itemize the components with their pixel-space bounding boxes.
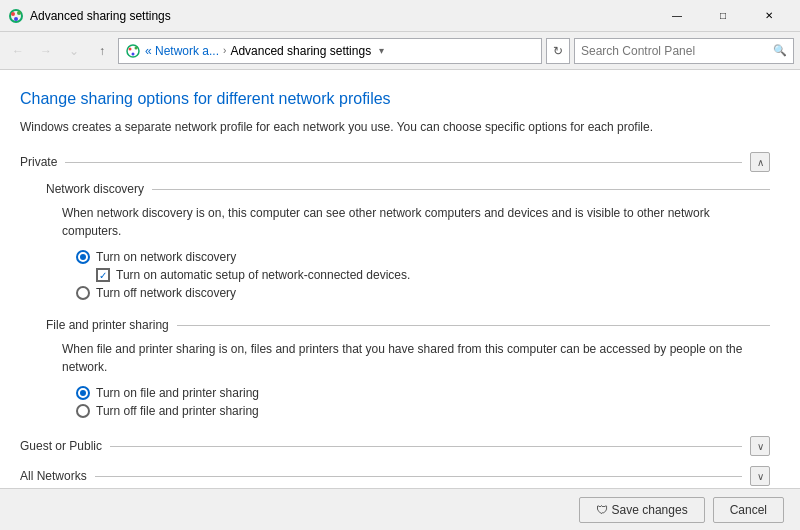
svg-point-3 (14, 17, 18, 21)
file-printer-sharing-title: File and printer sharing (46, 318, 169, 332)
radio-unchecked-circle-1 (76, 286, 90, 300)
window-controls: — □ ✕ (654, 0, 792, 32)
network-discovery-desc: When network discovery is on, this compu… (46, 204, 770, 240)
file-printer-sharing-options: Turn on file and printer sharing Turn of… (46, 386, 770, 418)
page-title: Change sharing options for different net… (20, 90, 770, 108)
guest-public-section-title: Guest or Public (20, 439, 102, 453)
network-discovery-header: Network discovery (46, 182, 770, 196)
refresh-button[interactable]: ↻ (546, 38, 570, 64)
radio-checked-circle (76, 250, 90, 264)
file-printer-sharing-header: File and printer sharing (46, 318, 770, 332)
all-networks-section-line (95, 476, 742, 477)
file-printer-sharing-desc: When file and printer sharing is on, fil… (46, 340, 770, 376)
title-bar: Advanced sharing settings — □ ✕ (0, 0, 800, 32)
radio-turn-off-discovery[interactable]: Turn off network discovery (76, 286, 770, 300)
radio-sharing-on-circle (76, 386, 90, 400)
private-section-title: Private (20, 155, 57, 169)
private-section-header: Private ∧ (20, 152, 770, 172)
radio-sharing-on-dot (80, 390, 86, 396)
radio-turn-off-discovery-label: Turn off network discovery (96, 286, 236, 300)
minimize-button[interactable]: — (654, 0, 700, 32)
down-button[interactable]: ⌄ (62, 39, 86, 63)
radio-turn-on-sharing[interactable]: Turn on file and printer sharing (76, 386, 770, 400)
all-networks-section-header: All Networks ∨ (20, 466, 770, 486)
radio-inner-dot (80, 254, 86, 260)
svg-point-2 (17, 11, 21, 15)
file-printer-sharing-subsection: File and printer sharing When file and p… (20, 318, 770, 418)
search-icon: 🔍 (773, 44, 787, 57)
breadcrumb-chevron-1: › (223, 45, 226, 56)
window-title: Advanced sharing settings (30, 9, 654, 23)
svg-point-6 (135, 46, 138, 49)
network-icon (125, 43, 141, 59)
footer: 🛡 Save changes Cancel (0, 488, 800, 530)
address-bar: ← → ⌄ ↑ « Network a... › Advanced sharin… (0, 32, 800, 70)
window-icon (8, 8, 24, 24)
guest-public-section-toggle[interactable]: ∨ (750, 436, 770, 456)
radio-turn-off-sharing-label: Turn off file and printer sharing (96, 404, 259, 418)
breadcrumb-current: Advanced sharing settings (230, 44, 371, 58)
save-changes-button[interactable]: 🛡 Save changes (579, 497, 705, 523)
all-networks-section-toggle[interactable]: ∨ (750, 466, 770, 486)
up-button[interactable]: ↑ (90, 39, 114, 63)
file-printer-sharing-line (177, 325, 770, 326)
maximize-button[interactable]: □ (700, 0, 746, 32)
guest-public-section-line (110, 446, 742, 447)
main-content: Change sharing options for different net… (0, 70, 800, 488)
checkbox-auto-setup-label: Turn on automatic setup of network-conne… (116, 268, 410, 282)
breadcrumb-dropdown[interactable]: ▾ (377, 43, 386, 58)
cancel-button[interactable]: Cancel (713, 497, 784, 523)
svg-point-1 (11, 12, 15, 16)
cancel-label: Cancel (730, 503, 767, 517)
forward-button[interactable]: → (34, 39, 58, 63)
network-discovery-line (152, 189, 770, 190)
back-button[interactable]: ← (6, 39, 30, 63)
checkbox-auto-setup-box: ✓ (96, 268, 110, 282)
radio-turn-on-discovery[interactable]: Turn on network discovery (76, 250, 770, 264)
all-networks-section-title: All Networks (20, 469, 87, 483)
breadcrumb-prefix: « Network a... (145, 44, 219, 58)
breadcrumb: « Network a... › Advanced sharing settin… (118, 38, 542, 64)
svg-point-7 (132, 52, 135, 55)
close-button[interactable]: ✕ (746, 0, 792, 32)
network-discovery-title: Network discovery (46, 182, 144, 196)
radio-turn-off-sharing[interactable]: Turn off file and printer sharing (76, 404, 770, 418)
search-input[interactable] (581, 44, 773, 58)
network-discovery-subsection: Network discovery When network discovery… (20, 182, 770, 300)
checkbox-check-icon: ✓ (99, 270, 107, 281)
radio-sharing-off-circle (76, 404, 90, 418)
save-changes-label: Save changes (612, 503, 688, 517)
checkbox-auto-setup[interactable]: ✓ Turn on automatic setup of network-con… (76, 268, 770, 282)
network-discovery-options: Turn on network discovery ✓ Turn on auto… (46, 250, 770, 300)
guest-public-section-header: Guest or Public ∨ (20, 436, 770, 456)
radio-turn-on-discovery-label: Turn on network discovery (96, 250, 236, 264)
private-section-line (65, 162, 742, 163)
radio-turn-on-sharing-label: Turn on file and printer sharing (96, 386, 259, 400)
page-description: Windows creates a separate network profi… (20, 118, 770, 136)
private-section-toggle[interactable]: ∧ (750, 152, 770, 172)
svg-point-5 (129, 47, 132, 50)
shield-icon: 🛡 (596, 503, 608, 517)
search-box[interactable]: 🔍 (574, 38, 794, 64)
